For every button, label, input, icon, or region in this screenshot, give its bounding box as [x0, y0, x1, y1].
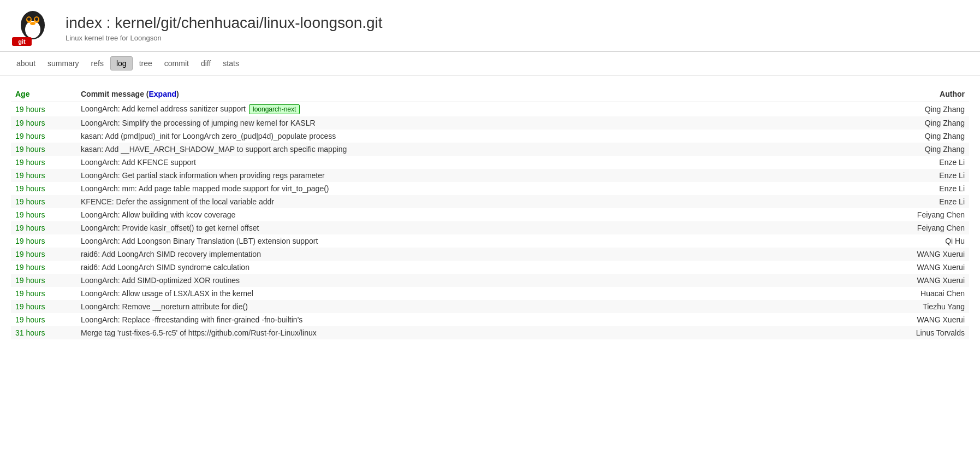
- commit-message: LoongArch: Allow building with kcov cove…: [76, 208, 871, 221]
- commit-age[interactable]: 19 hours: [11, 156, 76, 169]
- commit-message: LoongArch: Allow usage of LSX/LASX in th…: [76, 287, 871, 300]
- commit-author: Enze Li: [871, 182, 969, 195]
- commit-age[interactable]: 19 hours: [11, 234, 76, 248]
- table-row: 19 hoursraid6: Add LoongArch SIMD recove…: [11, 248, 969, 261]
- commit-message: kasan: Add __HAVE_ARCH_SHADOW_MAP to sup…: [76, 143, 871, 156]
- nav-item-refs[interactable]: refs: [86, 57, 109, 70]
- svg-point-6: [30, 22, 35, 25]
- commit-age[interactable]: 19 hours: [11, 143, 76, 156]
- commit-author: Linus Torvalds: [871, 326, 969, 339]
- table-row: 19 hoursLoongArch: Add Loongson Binary T…: [11, 234, 969, 248]
- commit-author: WANG Xuerui: [871, 274, 969, 287]
- commit-message: kasan: Add (pmd|pud)_init for LoongArch …: [76, 130, 871, 143]
- table-row: 19 hoursLoongArch: mm: Add page table ma…: [11, 182, 969, 195]
- table-row: 31 hoursMerge tag 'rust-fixes-6.5-rc5' o…: [11, 326, 969, 339]
- table-row: 19 hoursLoongArch: Remove __noreturn att…: [11, 300, 969, 313]
- nav-item-commit[interactable]: commit: [159, 57, 194, 70]
- commit-author: Enze Li: [871, 169, 969, 182]
- commit-author: Qing Zhang: [871, 130, 969, 143]
- svg-point-4: [27, 17, 31, 21]
- commit-author: Qing Zhang: [871, 116, 969, 130]
- commit-age[interactable]: 19 hours: [11, 300, 76, 313]
- table-row: 19 hoursKFENCE: Defer the assignment of …: [11, 195, 969, 208]
- commit-message: LoongArch: Provide kaslr_offset() to get…: [76, 221, 871, 234]
- commit-author: WANG Xuerui: [871, 261, 969, 274]
- commit-message: Merge tag 'rust-fixes-6.5-rc5' of https:…: [76, 326, 871, 339]
- commit-age[interactable]: 19 hours: [11, 116, 76, 130]
- commit-age[interactable]: 31 hours: [11, 326, 76, 339]
- nav-item-log[interactable]: log: [110, 56, 133, 70]
- commit-author: Enze Li: [871, 156, 969, 169]
- table-row: 19 hoursLoongArch: Allow usage of LSX/LA…: [11, 287, 969, 300]
- commit-message: raid6: Add LoongArch SIMD syndrome calcu…: [76, 261, 871, 274]
- commit-age[interactable]: 19 hours: [11, 169, 76, 182]
- commit-message: LoongArch: mm: Add page table mapped mod…: [76, 182, 871, 195]
- expand-link[interactable]: Expand: [149, 90, 177, 98]
- col-header-author: Author: [871, 86, 969, 102]
- page-subtitle: Linux kernel tree for Loongson: [66, 34, 383, 42]
- commit-message: LoongArch: Add KFENCE support: [76, 156, 871, 169]
- commit-table: Age Commit message (Expand) Author 19 ho…: [11, 86, 969, 339]
- commit-age[interactable]: 19 hours: [11, 221, 76, 234]
- commit-author: Qi Hu: [871, 234, 969, 248]
- commit-message: LoongArch: Add Loongson Binary Translati…: [76, 234, 871, 248]
- commit-message: LoongArch: Simplify the processing of ju…: [76, 116, 871, 130]
- table-row: 19 hoursLoongArch: Replace -ffreestandin…: [11, 313, 969, 326]
- commit-age[interactable]: 19 hours: [11, 274, 76, 287]
- nav-item-about[interactable]: about: [11, 57, 41, 70]
- table-row: 19 hoursLoongArch: Get partial stack inf…: [11, 169, 969, 182]
- commit-age[interactable]: 19 hours: [11, 102, 76, 117]
- table-header-row: Age Commit message (Expand) Author: [11, 86, 969, 102]
- table-row: 19 hoursLoongArch: Allow building with k…: [11, 208, 969, 221]
- navigation: aboutsummaryrefslogtreecommitdiffstats: [0, 52, 980, 75]
- col-header-commit: Commit message (Expand): [76, 86, 871, 102]
- svg-text:git: git: [18, 38, 26, 45]
- commit-age[interactable]: 19 hours: [11, 248, 76, 261]
- table-row: 19 hoursraid6: Add LoongArch SIMD syndro…: [11, 261, 969, 274]
- commit-author: WANG Xuerui: [871, 248, 969, 261]
- svg-point-5: [35, 17, 38, 21]
- commit-message: raid6: Add LoongArch SIMD recovery imple…: [76, 248, 871, 261]
- commit-age[interactable]: 19 hours: [11, 182, 76, 195]
- commit-author: Tiezhu Yang: [871, 300, 969, 313]
- commit-author: Enze Li: [871, 195, 969, 208]
- table-row: 19 hoursLoongArch: Add KFENCE supportEnz…: [11, 156, 969, 169]
- commit-age[interactable]: 19 hours: [11, 208, 76, 221]
- commit-message: KFENCE: Defer the assignment of the loca…: [76, 195, 871, 208]
- branch-badge[interactable]: loongarch-next: [249, 104, 300, 114]
- nav-item-stats[interactable]: stats: [217, 57, 245, 70]
- commit-age[interactable]: 19 hours: [11, 130, 76, 143]
- col-header-age: Age: [11, 86, 76, 102]
- commit-age[interactable]: 19 hours: [11, 287, 76, 300]
- nav-item-summary[interactable]: summary: [42, 57, 85, 70]
- commit-age[interactable]: 19 hours: [11, 261, 76, 274]
- commit-author: Feiyang Chen: [871, 221, 969, 234]
- commit-author: Qing Zhang: [871, 143, 969, 156]
- table-row: 19 hoursLoongArch: Provide kaslr_offset(…: [11, 221, 969, 234]
- commit-age[interactable]: 19 hours: [11, 195, 76, 208]
- commit-message: LoongArch: Add SIMD-optimized XOR routin…: [76, 274, 871, 287]
- commit-message: LoongArch: Add kernel address sanitizer …: [76, 102, 871, 117]
- commit-author: Qing Zhang: [871, 102, 969, 117]
- commit-author: WANG Xuerui: [871, 313, 969, 326]
- table-row: 19 hourskasan: Add (pmd|pud)_init for Lo…: [11, 130, 969, 143]
- commit-author: Feiyang Chen: [871, 208, 969, 221]
- page-title: index : kernel/git/chenhuacai/linux-loon…: [66, 14, 383, 32]
- commit-message: LoongArch: Get partial stack information…: [76, 169, 871, 182]
- table-row: 19 hoursLoongArch: Add kernel address sa…: [11, 102, 969, 117]
- table-row: 19 hoursLoongArch: Simplify the processi…: [11, 116, 969, 130]
- table-row: 19 hoursLoongArch: Add SIMD-optimized XO…: [11, 274, 969, 287]
- commit-author: Huacai Chen: [871, 287, 969, 300]
- commit-message: LoongArch: Replace -ffreestanding with f…: [76, 313, 871, 326]
- nav-item-tree[interactable]: tree: [134, 57, 158, 70]
- nav-item-diff[interactable]: diff: [195, 57, 216, 70]
- commit-table-body: 19 hoursLoongArch: Add kernel address sa…: [11, 102, 969, 340]
- commit-message: LoongArch: Remove __noreturn attribute f…: [76, 300, 871, 313]
- commit-age[interactable]: 19 hours: [11, 313, 76, 326]
- table-row: 19 hourskasan: Add __HAVE_ARCH_SHADOW_MA…: [11, 143, 969, 156]
- main-content: Age Commit message (Expand) Author 19 ho…: [0, 75, 980, 350]
- header-text-block: index : kernel/git/chenhuacai/linux-loon…: [66, 14, 383, 42]
- page-header: git index : kernel/git/chenhuacai/linux-…: [0, 0, 980, 52]
- git-logo: git: [11, 9, 55, 47]
